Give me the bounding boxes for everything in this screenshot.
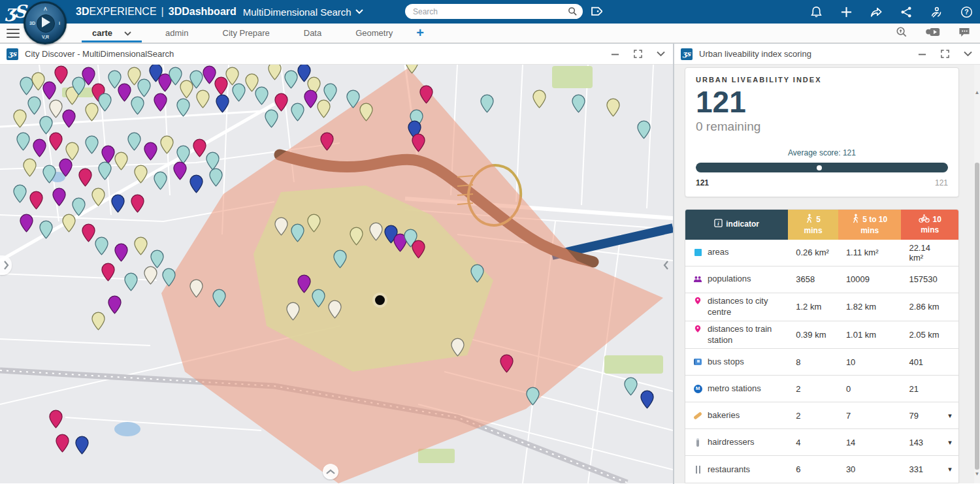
comments-icon[interactable] [958,27,971,40]
map-pin[interactable] [91,312,105,331]
map-pin[interactable] [196,89,210,108]
map-pin[interactable] [95,236,108,255]
map-pin[interactable] [312,289,325,308]
map-pin[interactable] [154,171,167,190]
row-expand-chevron[interactable]: ▾ [941,465,958,474]
slider-knob[interactable] [817,165,822,170]
compass-west-label[interactable]: 3D [29,21,35,25]
add-plus-icon[interactable] [839,5,853,19]
map-pin[interactable] [268,65,282,80]
map-pin[interactable] [297,274,311,293]
map-pin[interactable] [16,132,30,151]
map-pin[interactable] [346,89,360,108]
map-pin[interactable] [624,377,638,396]
map-pin[interactable] [154,93,167,112]
map-pin[interactable] [49,132,63,151]
user-compass-icon[interactable] [929,5,943,19]
map-pin[interactable] [307,214,321,233]
map-pin[interactable] [637,120,651,139]
map-pin[interactable] [255,86,269,105]
map-pin[interactable] [85,103,99,121]
map-pin[interactable] [274,217,288,236]
map-pin[interactable] [304,89,318,108]
map-pin[interactable] [20,214,33,233]
map-pin[interactable] [42,165,56,184]
map-pin[interactable] [405,65,419,74]
tab-label[interactable]: admin [165,28,188,38]
map-pin[interactable] [134,236,148,255]
map-pin[interactable] [98,93,112,112]
scroll-up-arrow[interactable]: ▲ [974,89,980,96]
search-input[interactable] [413,7,568,16]
map-pin[interactable] [451,338,465,357]
map-pin[interactable] [39,220,53,239]
dashboard-name[interactable]: MultiDimensional Search [243,7,351,18]
map-pin[interactable] [291,223,304,242]
map-pin[interactable] [284,70,298,89]
map-center-point[interactable] [375,295,385,305]
hamburger-menu-icon[interactable] [7,29,20,38]
minimize-icon[interactable] [918,50,926,58]
tab-city-prepare[interactable]: City Prepare [206,24,287,42]
compass-play-icon[interactable] [42,17,50,27]
map-pin[interactable] [470,264,484,283]
minimize-icon[interactable] [611,50,619,58]
score-range-slider[interactable] [696,163,948,172]
map-pin[interactable] [216,94,229,113]
tab-label[interactable]: carte [92,28,112,38]
map-pin[interactable] [189,279,203,298]
right-panel-scrollbar[interactable]: ▲ ▼ [974,65,980,483]
map-pin[interactable] [317,99,331,118]
tab-label[interactable]: City Prepare [223,28,270,38]
map-pin[interactable] [82,223,95,242]
map-collapse-right-chevron[interactable] [660,255,672,275]
share-nodes-icon[interactable] [899,5,913,19]
map-pin[interactable] [291,103,304,121]
map-pin[interactable] [572,94,585,113]
tab-chevron-down-icon[interactable] [124,28,131,38]
row-expand-chevron[interactable]: ▾ [941,411,958,420]
tab-admin[interactable]: admin [148,24,205,42]
map-pin[interactable] [144,142,157,161]
map-pin[interactable] [23,158,37,177]
map-pin[interactable] [412,240,425,259]
map-pin[interactable] [114,152,128,170]
map-pin[interactable] [54,65,68,84]
tab-data[interactable]: Data [287,24,338,42]
compass-north-label[interactable]: ᐱ [44,7,47,12]
tab-label[interactable]: Data [304,28,321,38]
city-map[interactable] [0,65,673,483]
map-pin[interactable] [56,434,69,453]
map-pin[interactable] [212,289,226,308]
map-pin[interactable] [33,138,46,157]
scroll-down-arrow[interactable]: ▼ [974,471,980,477]
tab-carte[interactable]: carte [75,24,148,42]
map-pin[interactable] [328,300,342,319]
map-pin[interactable] [189,174,203,193]
collapse-chevron-icon[interactable] [657,51,665,57]
map-pin[interactable] [124,272,138,291]
map-pin[interactable] [369,222,383,241]
dashboard-chevron-down-icon[interactable] [355,9,363,14]
map-pin[interactable] [108,295,122,314]
search-bar[interactable] [405,4,583,19]
map-pin[interactable] [265,109,278,128]
map-pin[interactable] [101,263,115,282]
map-pin[interactable] [131,194,144,213]
map-pin[interactable] [85,135,99,154]
map-pin[interactable] [131,96,144,115]
map-pin[interactable] [127,132,141,151]
map-pin[interactable] [62,109,76,128]
collapse-chevron-icon[interactable] [964,51,972,57]
map-pin[interactable] [98,161,112,180]
map-pin[interactable] [323,83,337,102]
column-header-5-to-10-mins[interactable]: 5 to 10mins [838,210,902,240]
map-pin[interactable] [134,165,148,184]
map-pin[interactable] [91,187,105,206]
tab-geometry[interactable]: Geometry [338,24,410,42]
map-pin[interactable] [78,168,92,187]
map-pin[interactable] [62,214,76,233]
3dexperience-compass[interactable]: ᐱ 3D i V,R [24,1,67,44]
media-play-icon[interactable] [925,27,941,40]
maximize-icon[interactable] [634,50,642,58]
